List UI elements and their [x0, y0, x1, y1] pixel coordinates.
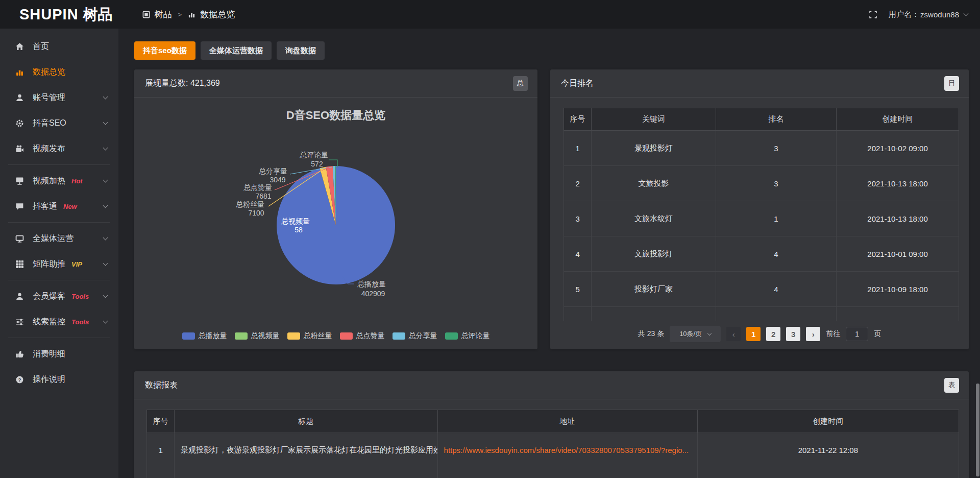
- cell: [437, 467, 697, 478]
- total-view-badge-button[interactable]: 总: [513, 76, 528, 91]
- report-table-clip: 序号标题地址创建时间1景观投影灯，夜游景观投影灯厂家展示展示落花灯在花园里的灯光…: [146, 410, 959, 478]
- sidebar-item-0[interactable]: 首页: [0, 34, 118, 59]
- sidebar-item-8[interactable]: 矩阵助推VIP: [0, 251, 118, 277]
- breadcrumb-separator: >: [178, 11, 182, 18]
- page-size-value: 10条/页: [679, 329, 702, 339]
- tab-1[interactable]: 全媒体运营数据: [201, 41, 272, 60]
- tab-0[interactable]: 抖音seo数据: [134, 41, 195, 60]
- chevron-down-icon: [707, 331, 712, 335]
- cell-no: 1: [147, 433, 175, 467]
- impressions-value: 421,369: [190, 79, 220, 87]
- sidebar-item-2[interactable]: 账号管理: [0, 85, 118, 110]
- tab-2[interactable]: 询盘数据: [277, 41, 325, 60]
- sidebar-item-7[interactable]: 全媒体运营: [0, 226, 118, 251]
- seo-pie-chart: D音SEO数据量总览 总评论量 572 总分享量 3049 总: [134, 98, 537, 328]
- scrollbar-thumb[interactable]: [976, 384, 979, 476]
- cell: 2021-10-02 09:00: [837, 131, 959, 166]
- table-row-clipped: [564, 307, 959, 322]
- cell-url: https://www.iesdouyin.com/share/video/70…: [437, 433, 697, 467]
- next-page-button[interactable]: ›: [806, 327, 820, 341]
- ranking-panel-title: 今日排名: [561, 78, 594, 89]
- page-scrollbar[interactable]: [975, 29, 979, 478]
- report-link[interactable]: https://www.iesdouyin.com/share/video/70…: [444, 446, 689, 455]
- svg-text:总粉丝量: 总粉丝量: [236, 200, 264, 208]
- sidebar-item-1[interactable]: 数据总览: [0, 59, 118, 85]
- legend-swatch: [393, 332, 405, 340]
- sidebar-item-label: 视频发布: [33, 144, 65, 154]
- chevron-down-icon: [103, 319, 108, 324]
- pagination: 共 23 条 10条/页 ‹ 123 › 前往 页: [550, 326, 969, 342]
- sidebar-item-badge: Hot: [71, 177, 83, 185]
- prev-page-button[interactable]: ‹: [726, 327, 741, 341]
- data-tabs: 抖音seo数据全媒体运营数据询盘数据: [134, 41, 969, 60]
- cell: 3: [716, 166, 836, 201]
- sidebar-item-label: 抖客通: [33, 201, 57, 212]
- cell: 2: [564, 166, 592, 201]
- chat-icon: [15, 202, 26, 211]
- legend-label: 总播放量: [199, 331, 227, 341]
- sidebar-item-5[interactable]: 视频加热Hot: [0, 168, 118, 194]
- column-header: 标题: [175, 410, 437, 433]
- chart-body: D音SEO数据量总览 总评论量 572 总分享量 3049 总: [134, 98, 537, 349]
- table-badge-button[interactable]: 表: [944, 378, 959, 393]
- page-unit: 页: [874, 329, 881, 339]
- svg-text:3049: 3049: [270, 176, 285, 184]
- table-header-row: 序号标题地址创建时间: [147, 410, 959, 433]
- legend-item-5[interactable]: 总评论量: [445, 331, 490, 341]
- sliders-icon: [15, 318, 26, 326]
- legend-swatch: [340, 332, 353, 340]
- sidebar-item-label: 抖音SEO: [33, 118, 66, 129]
- cell: [175, 467, 437, 478]
- legend-item-0[interactable]: 总播放量: [182, 331, 227, 341]
- overview-panel-title: 展现量总数: 421,369: [145, 78, 220, 89]
- page-size-select[interactable]: 10条/页: [670, 326, 721, 342]
- breadcrumb-current[interactable]: 数据总览: [200, 9, 235, 20]
- sidebar-item-3[interactable]: 抖音SEO: [0, 110, 118, 136]
- chart-legend: 总播放量总视频量总粉丝量总点赞量总分享量总评论量: [134, 331, 537, 341]
- help-icon: ?: [15, 375, 26, 384]
- page-button-3[interactable]: 3: [786, 327, 800, 341]
- overview-panel-header: 展现量总数: 421,369 总: [134, 69, 537, 98]
- breadcrumb: 树品 > 数据总览: [142, 9, 235, 20]
- legend-item-2[interactable]: 总粉丝量: [287, 331, 332, 341]
- cell: 2021-10-09 18:00: [837, 272, 959, 307]
- sidebar-item-label: 会员爆客: [33, 291, 65, 302]
- sidebar-item-badge: Tools: [71, 318, 89, 326]
- cell: [716, 307, 836, 322]
- breadcrumb-root[interactable]: 树品: [155, 9, 172, 20]
- sidebar-item-11[interactable]: 消费明细: [0, 341, 118, 367]
- cell: 4: [564, 236, 592, 272]
- impressions-label: 展现量总数:: [145, 79, 188, 87]
- report-table: 序号标题地址创建时间1景观投影灯，夜游景观投影灯厂家展示展示落花灯在花园里的灯光…: [146, 410, 959, 478]
- sidebar-item-label: 全媒体运营: [33, 233, 74, 244]
- logo-text-cn: 树品: [83, 7, 113, 22]
- column-header: 创建时间: [837, 108, 959, 131]
- sidebar-item-9[interactable]: 会员爆客Tools: [0, 283, 118, 309]
- cell: 4: [716, 236, 836, 272]
- ranking-table-clip: 序号关键词排名创建时间1景观投影灯32021-10-02 09:002文旅投影3…: [564, 108, 959, 321]
- page-button-2[interactable]: 2: [766, 327, 780, 341]
- app-icon: [142, 11, 150, 18]
- cell: 2021-10-13 18:00: [837, 166, 959, 201]
- fullscreen-icon[interactable]: [869, 10, 877, 19]
- ranking-table: 序号关键词排名创建时间1景观投影灯32021-10-02 09:002文旅投影3…: [564, 108, 959, 321]
- page-button-1[interactable]: 1: [746, 327, 761, 341]
- goto-page-input[interactable]: [846, 327, 868, 341]
- screen-icon: [15, 177, 26, 185]
- legend-item-1[interactable]: 总视频量: [235, 331, 280, 341]
- column-header: 排名: [716, 108, 836, 131]
- sidebar-item-12[interactable]: ?操作说明: [0, 367, 118, 392]
- daily-badge-button[interactable]: 日: [944, 76, 959, 91]
- sidebar-divider: [8, 164, 110, 165]
- pie-slice-0[interactable]: [277, 166, 395, 284]
- sidebar-item-10[interactable]: 线索监控Tools: [0, 309, 118, 334]
- user-menu[interactable]: 用户名： zswodun88: [889, 10, 968, 19]
- sidebar-item-4[interactable]: 视频发布: [0, 136, 118, 161]
- report-panel-title: 数据报表: [145, 380, 178, 391]
- user-icon: [15, 93, 26, 102]
- sidebar-item-6[interactable]: 抖客通New: [0, 194, 118, 219]
- legend-item-4[interactable]: 总分享量: [393, 331, 437, 341]
- cell-title: 景观投影灯，夜游景观投影灯厂家展示展示落花灯在花园里的灯光投影应用效果 #: [175, 433, 437, 467]
- cell: 1: [716, 201, 836, 236]
- legend-item-3[interactable]: 总点赞量: [340, 331, 385, 341]
